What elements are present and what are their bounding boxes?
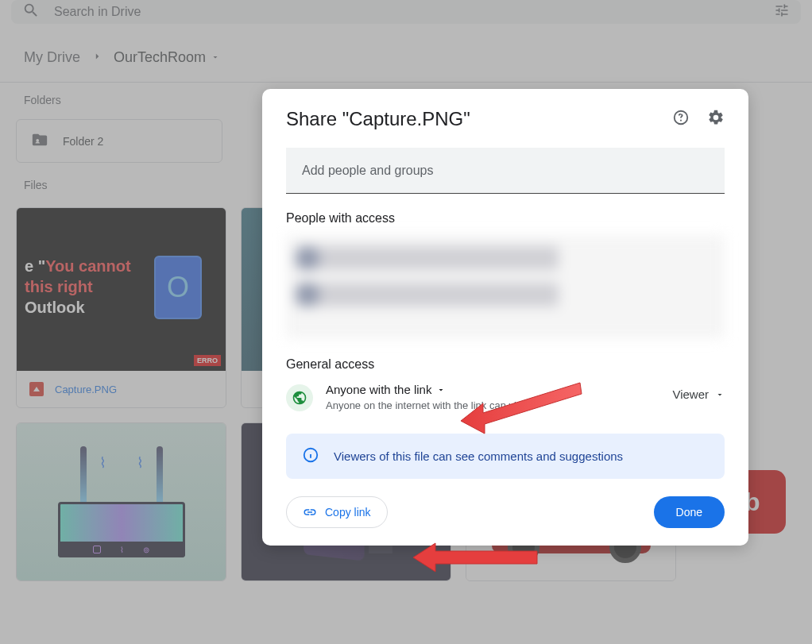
info-banner: Viewers of this file can see comments an… [286,434,725,479]
svg-marker-5 [413,543,537,572]
done-button[interactable]: Done [654,496,725,528]
people-list-redacted [286,235,725,338]
annotation-arrow [413,540,540,575]
help-icon[interactable] [672,109,690,129]
annotation-arrow [461,381,588,437]
dialog-title: Share "Capture.PNG" [286,108,470,130]
dropdown-icon [715,390,725,399]
dropdown-icon [436,385,446,395]
info-icon [302,446,319,466]
role-dropdown[interactable]: Viewer [672,388,725,401]
copy-link-button[interactable]: Copy link [286,496,388,528]
add-people-input[interactable] [286,148,725,194]
general-access-label: General access [286,357,725,372]
info-text: Viewers of this file can see comments an… [334,449,623,463]
share-dialog: Share "Capture.PNG" People with access G… [262,89,748,546]
svg-marker-4 [461,383,582,434]
globe-icon [286,384,313,411]
people-with-access-label: People with access [286,211,725,226]
gear-icon[interactable] [707,109,725,129]
